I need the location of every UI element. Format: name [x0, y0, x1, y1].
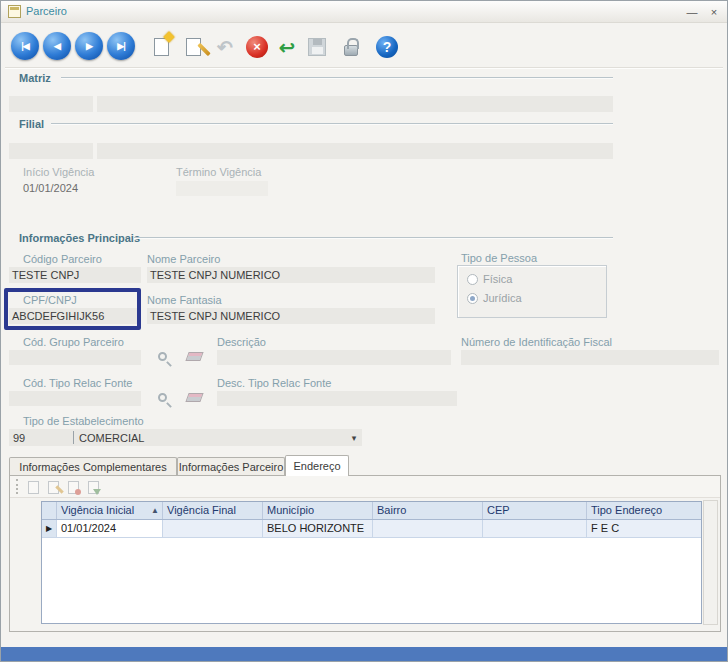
numero-identificacao-fiscal-label: Número de Identificação Fiscal [461, 336, 612, 348]
minimize-button[interactable]: — [683, 4, 701, 20]
row-selector-cell[interactable]: ▶ [42, 520, 57, 537]
edit-row-icon [48, 481, 59, 494]
inicio-vigencia-label: Início Vigência [23, 166, 94, 178]
lock-button[interactable] [337, 33, 365, 61]
search-icon [158, 352, 167, 361]
column-label: Vigência Inicial [61, 504, 134, 516]
bottom-bar [1, 647, 728, 662]
cod-tipo-relac-fonte-label: Cód. Tipo Relac Fonte [23, 377, 132, 389]
close-button[interactable]: × [705, 4, 723, 20]
tipo-relac-search-button[interactable] [149, 388, 175, 406]
tab-informacoes-parceiro[interactable]: Informações Parceiro [177, 457, 285, 475]
radio-juridica[interactable]: Jurídica [467, 292, 522, 304]
save-button[interactable] [303, 33, 331, 61]
add-row-icon [28, 481, 39, 494]
nome-parceiro-label: Nome Parceiro [147, 253, 220, 265]
cell-tipo-endereco[interactable]: F E C [587, 520, 701, 537]
toolbar-separator [5, 67, 723, 69]
matriz-group-title: Matriz [19, 72, 51, 84]
grid-delete-button[interactable] [64, 479, 82, 495]
nome-parceiro-field[interactable]: TESTE CNPJ NUMERICO [147, 267, 435, 283]
descricao-field[interactable] [217, 350, 451, 365]
grid-toolbar [10, 476, 720, 498]
star-icon [163, 31, 174, 42]
descricao-label: Descrição [217, 336, 266, 348]
matriz-nome-field[interactable] [97, 96, 613, 112]
previous-record-button[interactable]: ◀ [43, 32, 71, 60]
tipo-pessoa-label: Tipo de Pessoa [461, 252, 537, 264]
cell-cep[interactable] [483, 520, 587, 537]
cpf-cnpj-field[interactable]: ABCDEFGIHIJK56 [9, 308, 141, 324]
grid-header-vigencia-inicial[interactable]: Vigência Inicial ▲ [57, 502, 163, 519]
sort-ascending-icon: ▲ [151, 502, 159, 519]
filial-group-rule [51, 123, 613, 125]
next-record-button[interactable]: ▶ [75, 32, 103, 60]
tipo-relac-clear-button[interactable] [181, 388, 207, 406]
delete-row-icon [68, 481, 79, 494]
edit-record-button[interactable] [179, 33, 207, 61]
matriz-codigo-field[interactable] [9, 96, 93, 112]
new-record-button[interactable] [147, 33, 175, 61]
grupo-parceiro-search-button[interactable] [149, 347, 175, 365]
codigo-parceiro-label: Código Parceiro [23, 253, 102, 265]
filial-group-title: Filial [19, 118, 44, 130]
cell-vigencia-final[interactable] [163, 520, 263, 537]
search-icon [158, 393, 167, 402]
grupo-parceiro-clear-button[interactable] [181, 347, 207, 365]
cancel-button[interactable]: × [243, 33, 271, 61]
tab-informacoes-complementares[interactable]: Informações Complementares [9, 457, 177, 475]
grid-header-tipo-endereco[interactable]: Tipo Endereço [587, 502, 701, 519]
eraser-icon [185, 393, 203, 402]
edit-icon [186, 38, 201, 56]
radio-fisica[interactable]: Física [467, 273, 512, 285]
revert-button[interactable]: ↩ [273, 33, 301, 61]
cod-grupo-parceiro-label: Cód. Grupo Parceiro [23, 336, 124, 348]
cell-municipio[interactable]: BELO HORIZONTE [263, 520, 373, 537]
grid-row[interactable]: ▶ 01/01/2024 BELO HORIZONTE F E C [42, 520, 701, 538]
toolbar-grip [16, 479, 19, 494]
informacoes-principais-rule [134, 237, 613, 239]
radio-fisica-dot [467, 274, 478, 285]
tab-endereco[interactable]: Endereço [285, 455, 349, 476]
cod-grupo-parceiro-field[interactable] [9, 350, 141, 365]
form-icon [8, 5, 21, 18]
endereco-grid: Vigência Inicial ▲ Vigência Final Municí… [41, 501, 702, 624]
grid-header-bairro[interactable]: Bairro [373, 502, 483, 519]
undo-button[interactable]: ↶ [211, 33, 239, 61]
chevron-down-icon[interactable]: ▾ [346, 433, 362, 443]
first-record-button[interactable]: |◀ [11, 32, 39, 60]
new-record-icon [154, 38, 169, 56]
numero-identificacao-fiscal-field[interactable] [461, 350, 719, 365]
tipo-estabelecimento-combo[interactable]: 99 COMERCIAL ▾ [9, 429, 362, 446]
cod-tipo-relac-fonte-field[interactable] [9, 391, 141, 406]
pencil-icon [197, 43, 210, 56]
nome-fantasia-label: Nome Fantasia [147, 294, 222, 306]
tipo-estabelecimento-value: COMERCIAL [74, 432, 346, 444]
codigo-parceiro-field[interactable]: TESTE CNPJ [9, 267, 141, 283]
filial-nome-field[interactable] [97, 143, 613, 159]
cell-vigencia-inicial[interactable]: 01/01/2024 [57, 520, 163, 537]
cancel-icon: × [246, 36, 268, 58]
help-button[interactable]: ? [373, 33, 401, 61]
matriz-group-rule [61, 77, 613, 79]
radio-fisica-label: Física [483, 273, 512, 285]
window-title: Parceiro [26, 5, 67, 17]
grid-header-cep[interactable]: CEP [483, 502, 587, 519]
desc-tipo-relac-fonte-field[interactable] [217, 391, 457, 406]
grid-add-button[interactable] [24, 479, 42, 495]
grid-edit-button[interactable] [44, 479, 62, 495]
termino-vigencia-field[interactable] [176, 181, 268, 196]
cell-bairro[interactable] [373, 520, 483, 537]
filial-codigo-field[interactable] [9, 143, 93, 159]
last-record-button[interactable]: ▶| [107, 32, 135, 60]
termino-vigencia-label: Término Vigência [176, 166, 261, 178]
grid-header-municipio[interactable]: Município [263, 502, 373, 519]
nome-fantasia-field[interactable]: TESTE CNPJ NUMERICO [147, 308, 435, 324]
grid-vertical-scrollbar[interactable] [703, 500, 718, 625]
radio-juridica-label: Jurídica [483, 292, 522, 304]
grid-header-vigencia-final[interactable]: Vigência Final [163, 502, 263, 519]
title-bar: Parceiro — × [1, 1, 727, 23]
grid-export-button[interactable] [84, 479, 102, 495]
inicio-vigencia-value[interactable]: 01/01/2024 [23, 182, 78, 194]
lock-icon [344, 45, 358, 56]
